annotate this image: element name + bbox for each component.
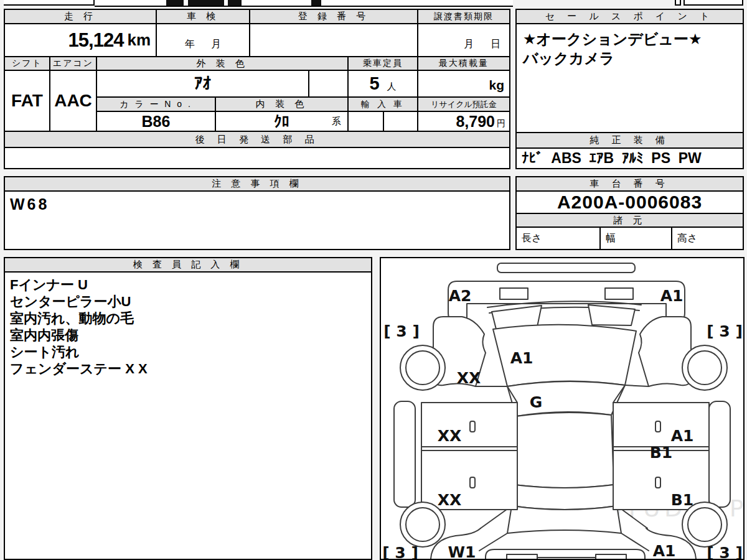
mileage-unit: km [127,30,151,50]
exterior-color-value: ｱｵ [96,70,309,98]
headlight-right-shape [588,305,635,325]
payload-header: 最大積載量 [417,56,510,71]
import-cell-2 [383,111,418,132]
damage-code-label: [ 3 ] [707,322,743,340]
inspector-remarks-header: 検 査 員 記 入 欄 [4,257,372,273]
damage-code-label: [ 3 ] [707,544,743,559]
windshield-shape [507,381,625,416]
damage-code-label: A2 [449,287,472,305]
factory-equipment-value: ﾅﾋﾞ ABS ｴｱB ｱﾙﾐ PS PW [515,147,744,169]
exterior-color-header: 外 装 色 [96,56,349,71]
mileage-number: 15,124 [68,29,124,52]
later-parts-value [4,147,510,169]
bumper-inset-left [500,288,528,299]
aircon-value: AAC [49,70,97,132]
chassis-number-header: 車 台 番 号 [515,176,744,192]
recycle-unit: 円 [497,118,505,129]
transfer-docs-header: 譲渡書類期限 [417,9,510,24]
recycle-deposit-value: 8,790 円 [417,111,510,132]
aircon-header: エアコン [49,56,97,71]
interior-color-value: ｸﾛ 系 [215,111,349,132]
interior-color-text: ｸﾛ [274,113,289,131]
tire-front-left [400,345,445,390]
inspector-remark-line: 室内内張傷 [10,327,78,343]
color-no-header: カ ラ ー N o . [96,96,216,112]
import-cell-1 [347,111,384,132]
side-sill-left-shape [394,401,415,507]
transfer-docs-value: 月 日 [417,23,510,57]
notes-value: W68 [4,190,510,250]
payload-unit: kg [489,78,504,96]
registration-value [249,23,418,57]
damage-code-label: B1 [650,444,672,462]
damage-code-label: W1 [448,543,476,559]
inspector-remark-line: 室内汚れ、動物の毛 [10,310,134,327]
auction-sheet: 走 行 車 検 登 録 番 号 譲渡書類期限 15,124 km 年 月 月 日… [0,0,747,560]
damage-code-label: G [530,393,543,411]
factory-equipment-header: 純 正 装 備 [515,132,744,149]
specs-header: 諸 元 [515,213,744,228]
shift-header: シフト [4,56,50,71]
door-handle-rear-left [470,477,475,488]
registration-header: 登 録 番 号 [249,9,418,24]
notes-header: 注 意 事 項 欄 [4,176,510,192]
mileage-header: 走 行 [4,9,157,24]
top-strip-shape [497,263,635,273]
trunk-shape [507,506,621,533]
damage-code-label: A1 [653,542,676,559]
damage-code-label: [ 3 ] [383,322,420,340]
inspector-remarks-body: Fインナー U センターピラー小U 室内汚れ、動物の毛 室内内張傷 シート汚れ … [4,271,372,560]
chassis-number-value: A200A-0006083 [515,190,744,214]
sales-point-line: バックカメラ [523,49,614,68]
doors-left-shape [421,403,517,510]
damage-code-label: [ 3 ] [382,544,418,559]
damage-code-label: A1 [671,427,694,445]
capacity-header: 乗車定員 [347,56,418,71]
bumper-inset-right [605,288,633,299]
shift-value: FAT [4,70,50,132]
capacity-unit: 人 [387,81,397,93]
spec-width-cell: 幅 [599,226,672,250]
inspection-header: 車 検 [156,9,250,24]
exterior-color-extra-cell [308,70,349,98]
door-handle-front-left [470,421,475,432]
later-parts-header: 後 日 発 送 部 品 [4,131,510,148]
inspector-remark-line: センターピラー小U [10,293,131,310]
rear-quarter-left-lines [479,506,512,551]
inspector-remark-line: フェンダーステー X X [10,360,148,377]
damage-code-label: A1 [660,287,684,305]
color-no-value: B86 [96,111,216,132]
side-sill-right-shape [709,401,730,507]
capacity-number: 5 [369,73,379,94]
damage-code-label: XX [438,427,462,445]
recycle-number: 8,790 [456,113,495,131]
damage-code-label: XX [438,491,462,509]
inspection-value: 年 月 [156,23,250,57]
car-outline-svg: WEB STUDIO.PRO [381,258,743,559]
damage-code-label: XX [457,369,481,387]
spec-height-cell: 高さ [671,226,744,250]
damage-code-label: B1 [671,491,693,509]
car-damage-diagram: WEB STUDIO.PRO [380,257,745,560]
inspector-remark-line: シート汚れ [10,343,80,360]
damage-code-label: A1 [510,349,533,367]
inspector-remark-line: Fインナー U [10,276,88,293]
interior-color-header: 内 装 色 [215,96,349,112]
payload-value: kg [417,70,510,98]
interior-color-suffix: 系 [332,116,341,128]
rear-bumper-inset-left [507,554,537,559]
import-header: 輸 入 車 [347,96,418,112]
tire-front-right [682,345,727,390]
door-handle-rear-right [655,477,660,488]
door-handle-front-right [655,421,660,432]
capacity-value: 5 人 [347,70,418,98]
recycle-deposit-header: リサイクル預託金 [417,96,510,112]
spec-length-cell: 長さ [515,226,601,250]
sales-point-line: ★オークションデビュー★ [523,29,702,49]
front-fender-right-shape [639,317,691,386]
mileage-value: 15,124 km [4,23,157,57]
rear-bumper-inset-right [596,554,626,559]
sales-point-body: ★オークションデビュー★ バックカメラ [515,23,744,133]
rear-window-shape [512,485,617,510]
sales-point-header: セ ー ル ス ポ イ ン ト [515,9,744,24]
